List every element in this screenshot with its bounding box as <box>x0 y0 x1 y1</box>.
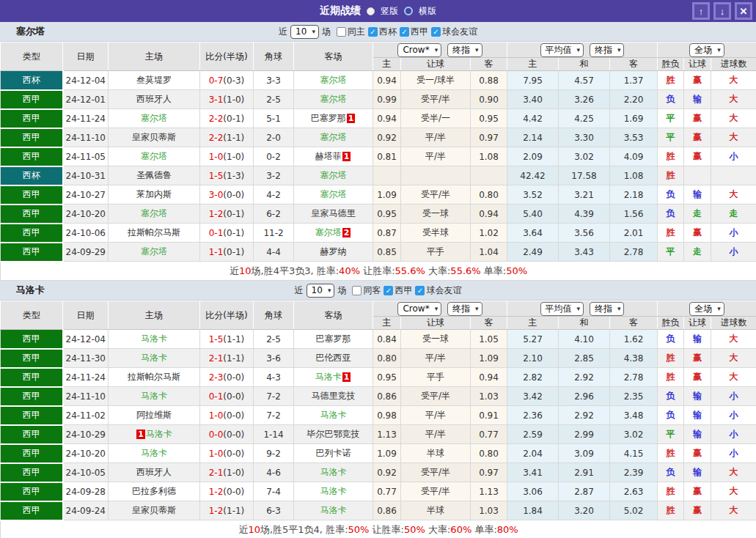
odds-stage-value: 终指 <box>452 45 470 56</box>
team-name-text: 塞尔塔 <box>141 151 167 161</box>
result-text: 负 <box>667 391 675 401</box>
filter-checkbox-球会友谊[interactable]: ✓球会友谊 <box>415 284 461 297</box>
summary-segment: 10 <box>239 265 252 276</box>
result-text: 赢 <box>693 151 702 161</box>
result-outcome: 胜 <box>658 444 684 463</box>
average-value: 平均值 <box>546 303 572 314</box>
col-header-type: 类型 <box>1 301 63 330</box>
home-team: 马洛卡 <box>109 330 200 349</box>
checkbox-icon[interactable]: ✓ <box>368 27 378 37</box>
bookmaker-select[interactable]: Crow*▾ <box>397 43 441 57</box>
result-text: 负 <box>667 208 675 218</box>
result-goals: 大 <box>711 71 756 90</box>
horizontal-radio-label[interactable]: 横版 <box>419 5 436 18</box>
average-stage-select[interactable]: 终指▾ <box>590 43 625 57</box>
checkbox-icon[interactable] <box>337 27 346 37</box>
move-down-button[interactable]: ↓ <box>713 2 731 20</box>
filter-checkbox-西杯[interactable]: ✓西杯 <box>368 26 397 38</box>
checkbox-icon[interactable]: ✓ <box>400 27 409 37</box>
team-name-text: 皇家贝蒂斯 <box>132 505 176 515</box>
result-text: 胜 <box>667 75 675 85</box>
match-row: 西甲24-10-05西班牙人2-1(1-0)4-6马洛卡0.92受平/半0.97… <box>1 463 756 482</box>
corner-count: 1-14 <box>254 425 294 444</box>
vertical-radio[interactable] <box>367 7 375 15</box>
result-handicap: 输 <box>684 406 711 425</box>
matches-table-celta: 类型 日期 主场 比分(半场) 角球 客场 Crow*▾ 终指▾ 平均值▾ 终指… <box>0 42 756 281</box>
result-handicap: 赢 <box>684 128 711 147</box>
chevron-down-icon: ▾ <box>577 45 581 56</box>
summary-segment: 40% <box>339 265 360 276</box>
checkbox-label: 西甲 <box>394 284 412 297</box>
col-header-outcome: 胜负 <box>658 58 684 71</box>
scope-select[interactable]: 全场▾ <box>689 302 724 316</box>
col-header-crown-handicap: 让球 <box>401 317 471 330</box>
result-handicap: 赢 <box>684 444 711 463</box>
result-outcome: 负 <box>658 204 684 224</box>
league-type: 西甲 <box>1 204 63 224</box>
col-header-date: 日期 <box>63 301 109 330</box>
halftime-score: (0-1) <box>223 114 244 124</box>
col-header-handicap-result: 让球 <box>684 317 711 330</box>
fulltime-score: 2-1 <box>209 468 224 478</box>
crown-away-odds: 0.88 <box>471 71 507 90</box>
bookmaker-select[interactable]: Crow*▾ <box>397 302 441 316</box>
average-stage-select[interactable]: 终指▾ <box>590 302 625 316</box>
result-text: 赢 <box>693 132 702 142</box>
match-date: 24-09-29 <box>63 243 109 262</box>
average-select[interactable]: 平均值▾ <box>540 43 584 57</box>
section-header-band: 塞尔塔 近 10 ▾ 场 同主✓西杯✓西甲✓球会友谊 <box>0 22 756 42</box>
crown-away-odds: 0.77 <box>471 425 507 444</box>
result-text: 小 <box>730 410 738 420</box>
team-name-text: 巴塞罗那 <box>311 113 346 123</box>
result-outcome: 平 <box>658 128 684 147</box>
recent-count-select[interactable]: 10 ▾ <box>290 25 319 39</box>
move-up-button[interactable]: ↑ <box>692 2 710 20</box>
col-header-avg-away: 客 <box>610 58 658 71</box>
avg-draw-odds: 3.43 <box>559 243 610 262</box>
avg-home-odds: 2.49 <box>507 243 559 262</box>
checkbox-icon[interactable] <box>352 286 362 295</box>
team-name-text: 拉斯帕尔马斯 <box>128 372 180 382</box>
fulltime-score: 3-0 <box>209 190 224 200</box>
fulltime-score: 1-5 <box>209 334 224 344</box>
checkbox-icon[interactable]: ✓ <box>415 286 425 295</box>
average-select[interactable]: 平均值▾ <box>540 302 584 316</box>
checkbox-icon[interactable]: ✓ <box>431 27 441 37</box>
halftime-score: (1-0) <box>223 95 244 105</box>
avg-away-odds: 3.53 <box>610 128 658 147</box>
match-row: 西甲24-10-06拉斯帕尔马斯0-1(0-1)11-2塞尔塔20.87受半球1… <box>1 224 756 243</box>
result-handicap: 走 <box>684 204 711 224</box>
avg-home-odds: 3.42 <box>507 387 559 406</box>
red-card-badge: 1 <box>347 114 356 123</box>
recent-count-select[interactable]: 10 ▾ <box>307 284 335 298</box>
horizontal-radio[interactable] <box>404 7 413 15</box>
scope-select[interactable]: 全场▾ <box>689 43 724 57</box>
summary-text: 近10场,胜4平3负3, 胜率:40% 让胜率:55.6% 大率:55.6% 单… <box>1 262 756 281</box>
result-goals: 大 <box>711 368 756 387</box>
away-team: 塞尔塔2 <box>294 224 373 243</box>
col-header-avg-away: 客 <box>610 317 658 330</box>
chevron-down-icon: ▾ <box>577 303 581 314</box>
filter-checkbox-同主[interactable]: 同主 <box>337 26 365 38</box>
checkbox-icon[interactable]: ✓ <box>383 286 393 295</box>
odds-stage-select[interactable]: 终指▾ <box>447 43 482 57</box>
close-button[interactable]: ✕ <box>735 2 752 20</box>
col-header-crown-away: 客 <box>471 58 507 71</box>
filter-checkbox-西甲[interactable]: ✓西甲 <box>383 284 412 297</box>
odds-stage-select[interactable]: 终指▾ <box>447 302 482 316</box>
crown-home-odds: 0.92 <box>373 463 401 482</box>
halftime-score: (0-0) <box>223 190 244 200</box>
vertical-radio-label[interactable]: 竖版 <box>381 5 398 18</box>
avg-away-odds: 2.39 <box>610 463 658 482</box>
filter-checkbox-球会友谊[interactable]: ✓球会友谊 <box>431 26 477 38</box>
crown-home-odds: 0.94 <box>373 109 401 128</box>
result-goals: 大 <box>711 463 756 482</box>
result-text: 走 <box>693 208 702 218</box>
match-row: 西甲24-09-28巴拉多利德1-2(0-0)7-4马洛卡0.77受平/半1.1… <box>1 482 756 501</box>
filter-checkbox-同客[interactable]: 同客 <box>352 284 381 297</box>
halftime-score: (1-1) <box>223 334 244 344</box>
crown-away-odds: 0.95 <box>471 109 507 128</box>
chevron-down-icon: ▾ <box>717 303 721 314</box>
filter-checkbox-西甲[interactable]: ✓西甲 <box>400 26 428 38</box>
team-name-text: 马洛卡 <box>141 448 167 458</box>
